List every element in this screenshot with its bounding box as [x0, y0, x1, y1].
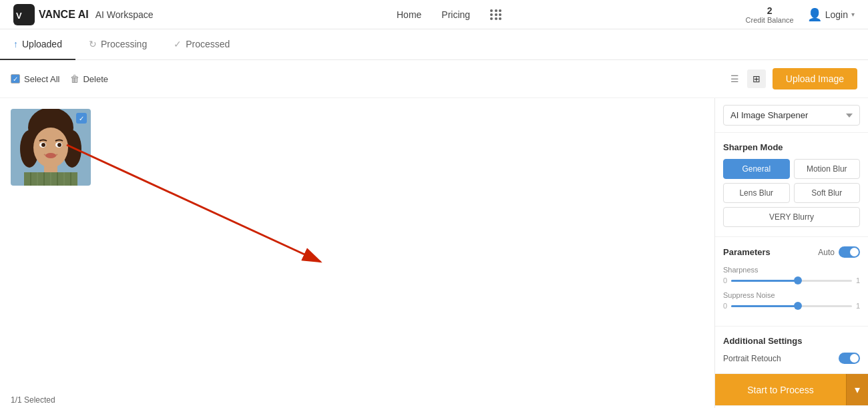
sharpness-label: Sharpness — [723, 266, 860, 274]
suppress-max: 1 — [856, 302, 860, 310]
logo: V VANCE AI — [13, 4, 89, 25]
sharpen-mode-section: Sharpen Mode General Motion Blur Lens Bl… — [715, 133, 868, 237]
nav-pricing[interactable]: Pricing — [441, 9, 470, 20]
portrait-retouch-toggle[interactable] — [839, 353, 860, 364]
sharpness-thumb[interactable] — [794, 276, 802, 284]
chevron-down-icon: ▾ — [851, 11, 855, 18]
credit-label: Credit Balance — [746, 16, 794, 24]
login-label[interactable]: Login — [825, 9, 848, 20]
sharpness-fill — [731, 280, 798, 282]
mode-very-blurry[interactable]: VERY Blurry — [723, 207, 860, 227]
auto-toggle: Auto — [818, 246, 860, 258]
view-toggle: ☰ ⊞ — [726, 69, 766, 88]
mode-general[interactable]: General — [723, 159, 790, 179]
right-panel: AI Image Sharpener Sharpen Mode General … — [714, 98, 868, 408]
logo-icon: V — [13, 4, 35, 25]
process-dropdown-button[interactable]: ▾ — [846, 374, 868, 405]
nav-home[interactable]: Home — [397, 9, 421, 20]
toolbar-right: ☰ ⊞ Upload Image — [726, 68, 857, 89]
start-process-button[interactable]: Start to Process — [715, 374, 846, 405]
mode-grid: General Motion Blur Lens Blur Soft Blur … — [723, 159, 860, 227]
toggle-thumb — [850, 248, 859, 256]
user-icon: 👤 — [807, 7, 822, 22]
suppress-thumb[interactable] — [794, 302, 802, 310]
status-text: 1/1 Selected — [11, 395, 55, 405]
upload-image-button[interactable]: Upload Image — [773, 68, 857, 89]
auto-toggle-switch[interactable] — [839, 246, 860, 258]
sharpness-param: Sharpness 0 1 — [723, 266, 860, 284]
auto-label: Auto — [818, 248, 835, 257]
select-all-label: Select All — [24, 74, 59, 84]
status-bar: 1/1 Selected — [0, 390, 66, 408]
parameters-section: Parameters Auto Sharpness 0 1 — [715, 237, 868, 327]
tab-processed[interactable]: ✓ Processed — [160, 29, 243, 60]
header: V VANCE AI AI Workspace Home Pricing 2 C… — [0, 0, 868, 29]
mode-soft-blur[interactable]: Soft Blur — [794, 183, 861, 203]
toolbar-left: ✓ Select All 🗑 Delete — [11, 73, 715, 84]
mode-lens-blur[interactable]: Lens Blur — [723, 183, 790, 203]
portrait-toggle-thumb — [850, 354, 859, 363]
workspace-label: AI Workspace — [95, 9, 154, 20]
sharpness-slider[interactable] — [731, 280, 852, 282]
svg-line-22 — [67, 145, 320, 262]
select-all-button[interactable]: ✓ Select All — [11, 74, 59, 84]
suppress-slider-row: 0 1 — [723, 302, 860, 310]
delete-label: Delete — [83, 74, 108, 84]
parameters-title: Parameters — [723, 247, 771, 257]
output-settings-button[interactable]: ⚙ Output Settings — [715, 405, 868, 408]
svg-point-7 — [33, 128, 68, 168]
processing-icon: ↻ — [89, 39, 97, 49]
check-mark-icon: ✓ — [79, 115, 84, 122]
sharpness-min: 0 — [723, 276, 727, 284]
header-right: 2 Credit Balance 👤 Login ▾ — [746, 5, 855, 24]
trash-icon: 🗑 — [70, 73, 79, 84]
process-bar: Start to Process ▾ — [715, 374, 868, 405]
svg-text:V: V — [16, 11, 22, 21]
tab-processed-label: Processed — [186, 39, 230, 49]
suppress-min: 0 — [723, 302, 727, 310]
additional-settings-title: Additional Settings — [723, 336, 860, 346]
params-header: Parameters Auto — [723, 246, 860, 258]
tab-processing[interactable]: ↻ Processing — [75, 29, 160, 60]
sharpness-slider-row: 0 1 — [723, 276, 860, 284]
svg-point-11 — [57, 143, 61, 147]
suppress-noise-param: Suppress Noise 0 1 — [723, 291, 860, 310]
tab-uploaded[interactable]: ↑ Uploaded — [0, 29, 75, 60]
header-nav: Home Pricing — [397, 9, 502, 20]
image-item[interactable]: ✓ — [11, 109, 91, 186]
tabs: ↑ Uploaded ↻ Processing ✓ Processed — [0, 29, 868, 60]
grid-view-button[interactable]: ⊞ — [747, 69, 766, 88]
check-icon: ✓ — [13, 75, 18, 83]
svg-point-10 — [41, 143, 45, 147]
svg-point-12 — [45, 153, 56, 158]
logo-text: VANCE AI — [39, 9, 89, 21]
tool-selector[interactable]: AI Image Sharpener — [723, 105, 860, 126]
image-area: ✓ 1/1 Selected — [0, 98, 714, 408]
credit-balance: 2 Credit Balance — [746, 5, 794, 24]
tab-uploaded-label: Uploaded — [22, 39, 62, 49]
header-left: V VANCE AI AI Workspace — [13, 4, 154, 25]
list-view-button[interactable]: ☰ — [726, 69, 744, 88]
portrait-retouch-label: Portrait Retouch — [723, 354, 781, 363]
upload-icon: ↑ — [13, 39, 18, 49]
process-section: Start to Process ▾ ⚙ Output Settings — [715, 374, 868, 408]
additional-settings-section: Additional Settings Portrait Retouch — [715, 327, 868, 374]
suppress-slider[interactable] — [731, 305, 852, 307]
processed-icon: ✓ — [174, 39, 182, 49]
mode-motion-blur[interactable]: Motion Blur — [794, 159, 861, 179]
delete-button[interactable]: 🗑 Delete — [70, 73, 108, 84]
suppress-fill — [731, 305, 798, 307]
credit-count: 2 — [746, 5, 794, 16]
login-button[interactable]: 👤 Login ▾ — [807, 7, 855, 22]
sharpen-mode-title: Sharpen Mode — [723, 142, 860, 152]
apps-icon[interactable] — [490, 9, 502, 20]
portrait-retouch-row: Portrait Retouch — [723, 353, 860, 364]
image-selected-checkbox[interactable]: ✓ — [76, 113, 87, 124]
tab-processing-label: Processing — [101, 39, 147, 49]
main: ✓ 1/1 Selected AI Image Sharpener Sharp — [0, 98, 868, 408]
suppress-noise-label: Suppress Noise — [723, 291, 860, 299]
toolbar: ✓ Select All 🗑 Delete ☰ ⊞ Upload Image — [0, 60, 868, 98]
panel-header: AI Image Sharpener — [715, 98, 868, 133]
select-all-checkbox[interactable]: ✓ — [11, 74, 20, 83]
sharpness-max: 1 — [856, 276, 860, 284]
